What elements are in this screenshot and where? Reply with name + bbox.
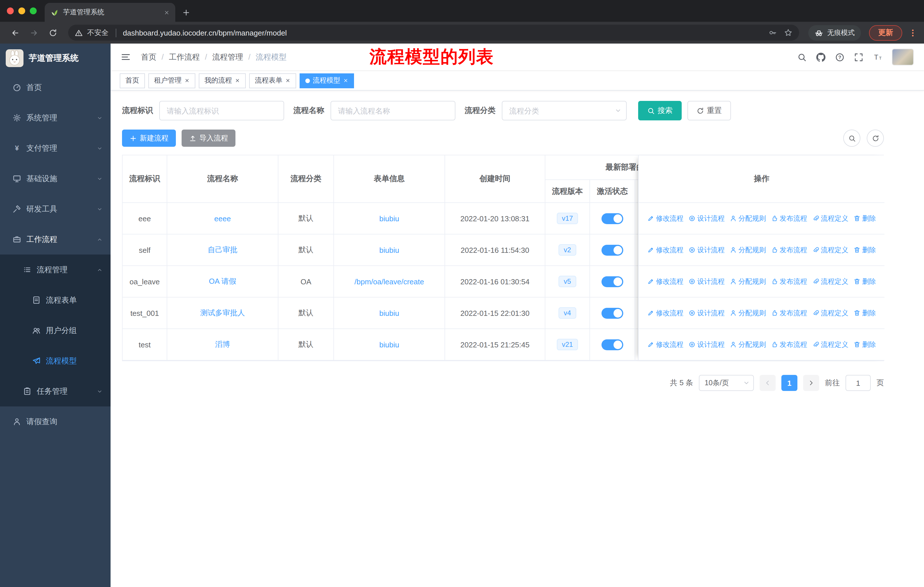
minimize-window-button[interactable] [18, 7, 25, 14]
sidebar-item-payment[interactable]: ¥支付管理 [0, 133, 111, 164]
fullscreen-icon[interactable] [854, 53, 863, 62]
sidebar-item-system[interactable]: 系统管理 [0, 103, 111, 133]
publish-action-link[interactable]: 发布流程 [771, 213, 807, 223]
sidebar-item-devtools[interactable]: 研发工具 [0, 194, 111, 224]
next-page-button[interactable] [803, 375, 819, 391]
sidebar-item-task-management[interactable]: 任务管理 [0, 376, 111, 407]
form-info-link[interactable]: biubiu [379, 214, 399, 223]
user-avatar[interactable] [892, 49, 914, 65]
process-name-link[interactable]: 滔博 [215, 340, 230, 349]
design-action-link[interactable]: 设计流程 [688, 245, 724, 255]
create-process-button[interactable]: 新建流程 [122, 129, 176, 147]
form-info-link[interactable]: /bpm/oa/leave/create [355, 277, 424, 286]
refresh-table-button[interactable] [867, 129, 884, 147]
assign-action-link[interactable]: 分配规则 [730, 213, 766, 223]
address-bar[interactable]: 不安全 dashboard.yudao.iocoder.cn/bpm/manag… [68, 25, 799, 41]
browser-tab[interactable]: 芋道管理系统 [45, 3, 175, 22]
publish-action-link[interactable]: 发布流程 [771, 276, 807, 286]
edit-action-link[interactable]: 修改流程 [647, 245, 683, 255]
definition-action-link[interactable]: 流程定义 [812, 213, 848, 223]
tag-item[interactable]: 租户管理 [148, 73, 195, 88]
process-name-link[interactable]: eeee [214, 214, 231, 223]
process-category-input[interactable] [502, 101, 626, 120]
sidebar-item-infrastructure[interactable]: 基础设施 [0, 164, 111, 194]
sidebar-item-leave-query[interactable]: 请假查询 [0, 407, 111, 437]
close-icon[interactable] [343, 78, 348, 83]
search-icon[interactable] [797, 53, 807, 62]
page-size-select[interactable]: 10条/页 [699, 375, 754, 391]
publish-action-link[interactable]: 发布流程 [771, 340, 807, 349]
design-action-link[interactable]: 设计流程 [688, 340, 724, 349]
definition-action-link[interactable]: 流程定义 [812, 245, 848, 255]
design-action-link[interactable]: 设计流程 [688, 308, 724, 318]
import-process-button[interactable]: 导入流程 [182, 129, 236, 147]
edit-action-link[interactable]: 修改流程 [647, 213, 683, 223]
form-info-link[interactable]: biubiu [379, 340, 399, 349]
new-tab-button[interactable] [182, 8, 190, 17]
reset-button[interactable]: 重置 [687, 101, 731, 121]
close-window-button[interactable] [7, 7, 14, 14]
search-button[interactable]: 搜索 [638, 101, 682, 121]
github-icon[interactable] [816, 53, 825, 62]
close-icon[interactable] [235, 78, 240, 83]
definition-action-link[interactable]: 流程定义 [812, 276, 848, 286]
breadcrumb-item[interactable]: 流程管理 [212, 52, 243, 62]
tag-item[interactable]: 我的流程 [199, 73, 246, 88]
delete-action-link[interactable]: 删除 [853, 308, 876, 318]
process-name-link[interactable]: OA 请假 [209, 277, 236, 286]
bookmark-star-icon[interactable] [784, 29, 792, 37]
sidebar-item-user-group[interactable]: 用户分组 [0, 315, 111, 346]
process-name-link[interactable]: 测试多审批人 [200, 308, 245, 317]
edit-action-link[interactable]: 修改流程 [647, 276, 683, 286]
form-info-link[interactable]: biubiu [379, 309, 399, 317]
breadcrumb-item[interactable]: 工作流程 [169, 52, 200, 62]
publish-action-link[interactable]: 发布流程 [771, 308, 807, 318]
tag-item[interactable]: 流程模型 [300, 73, 354, 88]
assign-action-link[interactable]: 分配规则 [730, 276, 766, 286]
active-status-toggle[interactable] [602, 276, 623, 287]
delete-action-link[interactable]: 删除 [853, 340, 876, 349]
delete-action-link[interactable]: 删除 [853, 213, 876, 223]
forward-icon[interactable] [26, 28, 42, 37]
toggle-search-button[interactable] [843, 129, 860, 147]
sidebar-item-process-management[interactable]: 流程管理 [0, 255, 111, 285]
filter-process-id-input[interactable] [159, 101, 284, 121]
incognito-badge[interactable]: 无痕模式 [808, 25, 861, 40]
app-logo[interactable]: 芋道管理系统 [0, 43, 111, 72]
active-status-toggle[interactable] [602, 245, 623, 255]
process-id-input[interactable] [160, 101, 284, 120]
browser-update-button[interactable]: 更新 [869, 25, 902, 40]
close-tab-icon[interactable] [164, 10, 170, 15]
reload-icon[interactable] [45, 28, 61, 37]
sidebar-item-process-form[interactable]: 流程表单 [0, 285, 111, 315]
sidebar-item-workflow[interactable]: 工作流程 [0, 224, 111, 255]
design-action-link[interactable]: 设计流程 [688, 213, 724, 223]
sidebar-item-process-model[interactable]: 流程模型 [0, 346, 111, 376]
filter-process-name-input[interactable] [330, 101, 455, 121]
sidebar-item-home[interactable]: 首页 [0, 72, 111, 103]
active-status-toggle[interactable] [602, 339, 623, 350]
edit-action-link[interactable]: 修改流程 [647, 340, 683, 349]
assign-action-link[interactable]: 分配规则 [730, 308, 766, 318]
definition-action-link[interactable]: 流程定义 [812, 340, 848, 349]
close-icon[interactable] [185, 78, 190, 83]
active-status-toggle[interactable] [602, 213, 623, 224]
tag-item[interactable]: 首页 [120, 73, 145, 88]
goto-page-input[interactable] [845, 375, 871, 391]
filter-process-category-select[interactable] [502, 101, 627, 121]
delete-action-link[interactable]: 删除 [853, 276, 876, 286]
sidebar-collapse-icon[interactable] [121, 52, 130, 62]
delete-action-link[interactable]: 删除 [853, 245, 876, 255]
font-size-icon[interactable]: TT [873, 53, 882, 62]
key-icon[interactable] [769, 29, 777, 37]
edit-action-link[interactable]: 修改流程 [647, 308, 683, 318]
assign-action-link[interactable]: 分配规则 [730, 340, 766, 349]
process-name-link[interactable]: 自己审批 [208, 245, 238, 254]
browser-menu-icon[interactable] [909, 28, 917, 37]
definition-action-link[interactable]: 流程定义 [812, 308, 848, 318]
back-icon[interactable] [7, 28, 23, 37]
assign-action-link[interactable]: 分配规则 [730, 245, 766, 255]
publish-action-link[interactable]: 发布流程 [771, 245, 807, 255]
active-status-toggle[interactable] [602, 308, 623, 318]
form-info-link[interactable]: biubiu [379, 246, 399, 254]
